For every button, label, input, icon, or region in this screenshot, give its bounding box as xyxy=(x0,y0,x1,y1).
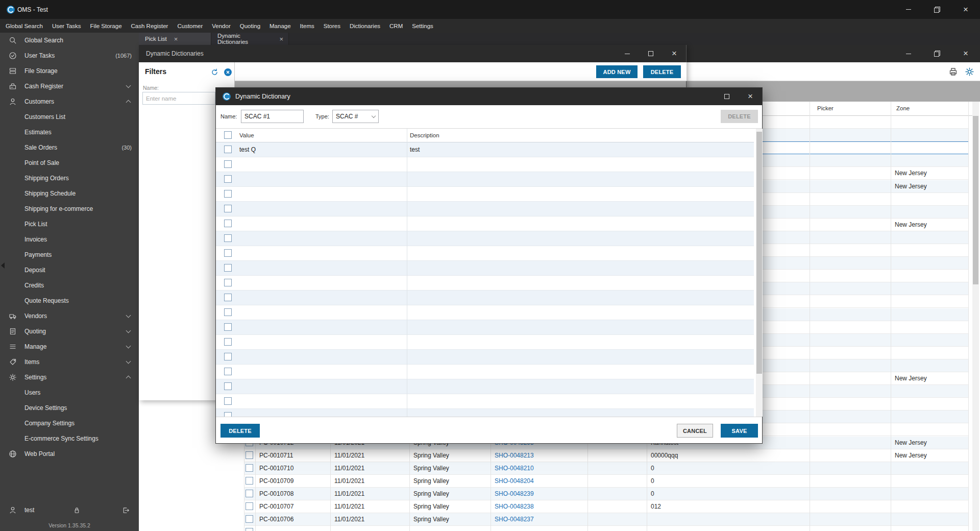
sidebar-item-customers-list[interactable]: Customers List xyxy=(0,109,139,125)
dictionary-row[interactable] xyxy=(216,350,754,365)
sidebar-item-shipping-orders[interactable]: Shipping Orders xyxy=(0,171,139,186)
dictionary-row[interactable] xyxy=(216,365,754,379)
sidebar-item-manage[interactable]: Manage xyxy=(0,339,139,354)
menu-vendor[interactable]: Vendor xyxy=(207,19,235,33)
menu-items[interactable]: Items xyxy=(296,19,319,33)
lock-icon[interactable] xyxy=(71,506,83,514)
menu-global-search[interactable]: Global Search xyxy=(1,19,47,33)
cell-sho[interactable]: SHO-0048238 xyxy=(495,500,584,513)
sidebar-collapse-handle[interactable] xyxy=(0,258,5,273)
refresh-icon[interactable] xyxy=(210,68,219,77)
cell-sho[interactable]: SHO-0048204 xyxy=(495,475,584,488)
menu-user-tasks[interactable]: User Tasks xyxy=(47,19,86,33)
menu-cash-register[interactable]: Cash Register xyxy=(127,19,173,33)
grid-settings-gear-icon[interactable] xyxy=(964,66,974,77)
dictionary-row[interactable] xyxy=(216,291,754,305)
dictionary-row[interactable] xyxy=(216,261,754,276)
sidebar-item-customers[interactable]: Customers xyxy=(0,94,139,109)
sidebar-item-file-storage[interactable]: File Storage xyxy=(0,63,139,79)
add-new-button[interactable]: ADD NEW xyxy=(596,65,638,78)
sidebar-item-quote-requests[interactable]: Quote Requests xyxy=(0,293,139,308)
sidebar-item-device-settings[interactable]: Device Settings xyxy=(0,400,139,416)
row-checkbox[interactable] xyxy=(224,382,232,392)
sidebar-item-settings[interactable]: Settings xyxy=(0,370,139,385)
restore-button[interactable] xyxy=(923,45,951,62)
picklist-row[interactable]: PC-001070711/01/2021Spring ValleySHO-004… xyxy=(244,500,968,513)
picklist-row[interactable]: PC-001071111/01/2021Spring ValleySHO-004… xyxy=(244,449,968,462)
sidebar-item-invoices[interactable]: Invoices xyxy=(0,232,139,247)
row-checkbox[interactable] xyxy=(224,205,232,214)
tab-pick-list[interactable]: Pick List× xyxy=(139,33,211,45)
sidebar-item-cash-register[interactable]: Cash Register xyxy=(0,79,139,94)
row-checkbox[interactable] xyxy=(246,490,253,499)
close-button[interactable] xyxy=(663,45,686,62)
tab-close-icon[interactable]: × xyxy=(279,36,283,42)
tab-dynamic-dictionaries[interactable]: Dynamic Dictionaries× xyxy=(211,33,289,45)
sidebar-item-vendors[interactable]: Vendors xyxy=(0,308,139,324)
cell-sho[interactable]: SHO-0048210 xyxy=(495,462,584,475)
sidebar-item-items[interactable]: Items xyxy=(0,354,139,370)
row-checkbox[interactable] xyxy=(224,264,232,274)
close-button[interactable] xyxy=(739,88,762,105)
row-checkbox[interactable] xyxy=(224,338,232,348)
menu-settings[interactable]: Settings xyxy=(407,19,438,33)
dictionary-row[interactable] xyxy=(216,216,754,231)
row-checkbox[interactable] xyxy=(224,308,232,318)
row-checkbox[interactable] xyxy=(246,451,253,461)
row-checkbox[interactable] xyxy=(224,249,232,259)
row-checkbox[interactable] xyxy=(224,160,232,170)
sidebar-item-user-tasks[interactable]: User Tasks(1067) xyxy=(0,48,139,63)
picklist-row[interactable]: PC-001070911/01/2021Spring ValleySHO-004… xyxy=(244,475,968,488)
modal-vertical-scrollbar[interactable] xyxy=(756,129,763,417)
sidebar-item-deposit[interactable]: Deposit xyxy=(0,262,139,278)
maximize-button[interactable] xyxy=(715,88,739,105)
picklist-row[interactable]: PC-001071011/01/2021Spring ValleySHO-004… xyxy=(244,462,968,475)
sidebar-item-credits[interactable]: Credits xyxy=(0,278,139,293)
row-checkbox[interactable] xyxy=(224,175,232,185)
dictionary-row[interactable] xyxy=(216,187,754,202)
picklist-scrollbar-thumb[interactable] xyxy=(973,116,978,284)
row-checkbox[interactable] xyxy=(224,397,232,407)
row-checkbox[interactable] xyxy=(246,515,253,525)
picklist-row[interactable]: PC-001070611/01/2021Spring ValleySHO-004… xyxy=(244,513,968,526)
clear-filters-icon[interactable] xyxy=(224,68,233,77)
dictionary-row[interactable] xyxy=(216,202,754,216)
dictionary-row[interactable] xyxy=(216,246,754,261)
modal-name-input[interactable] xyxy=(241,110,304,123)
cell-sho[interactable]: SHO-0048239 xyxy=(495,488,584,500)
dictionary-row[interactable] xyxy=(216,276,754,291)
menu-stores[interactable]: Stores xyxy=(319,19,345,33)
sidebar-item-company-settings[interactable]: Company Settings xyxy=(0,416,139,431)
dictionary-row[interactable] xyxy=(216,335,754,350)
row-checkbox[interactable] xyxy=(246,464,253,474)
sidebar-item-users[interactable]: Users xyxy=(0,385,139,400)
menu-file-storage[interactable]: File Storage xyxy=(86,19,127,33)
sidebar-item-point-of-sale[interactable]: Point of Sale xyxy=(0,155,139,171)
row-checkbox[interactable] xyxy=(224,412,232,417)
dictionary-row[interactable] xyxy=(216,157,754,172)
sidebar-item-estimates[interactable]: Estimates xyxy=(0,125,139,140)
minimize-button[interactable] xyxy=(894,45,923,62)
select-all-checkbox[interactable] xyxy=(224,131,232,139)
minimize-button[interactable] xyxy=(616,45,639,62)
row-checkbox[interactable] xyxy=(246,477,253,487)
row-checkbox[interactable] xyxy=(224,323,232,333)
menu-crm[interactable]: CRM xyxy=(385,19,407,33)
dictionary-row[interactable] xyxy=(216,409,754,417)
modal-type-select[interactable]: SCAC # xyxy=(332,110,379,123)
picklist-row[interactable] xyxy=(244,526,968,531)
menu-quoting[interactable]: Quoting xyxy=(235,19,265,33)
print-icon[interactable] xyxy=(948,66,958,77)
row-checkbox[interactable] xyxy=(246,502,253,512)
modal-delete-button[interactable]: DELETE xyxy=(220,424,260,438)
row-checkbox[interactable] xyxy=(224,294,232,303)
dictionary-row[interactable] xyxy=(216,394,754,409)
maximize-button[interactable] xyxy=(639,45,663,62)
row-checkbox[interactable] xyxy=(224,220,232,229)
row-checkbox[interactable] xyxy=(224,146,232,155)
menu-dictionaries[interactable]: Dictionaries xyxy=(345,19,385,33)
sidebar-item-sale-orders[interactable]: Sale Orders(30) xyxy=(0,140,139,155)
sidebar-item-pick-list[interactable]: Pick List xyxy=(0,216,139,232)
delete-button-toolbar[interactable]: DELETE xyxy=(643,65,681,78)
dictionary-row[interactable] xyxy=(216,231,754,246)
